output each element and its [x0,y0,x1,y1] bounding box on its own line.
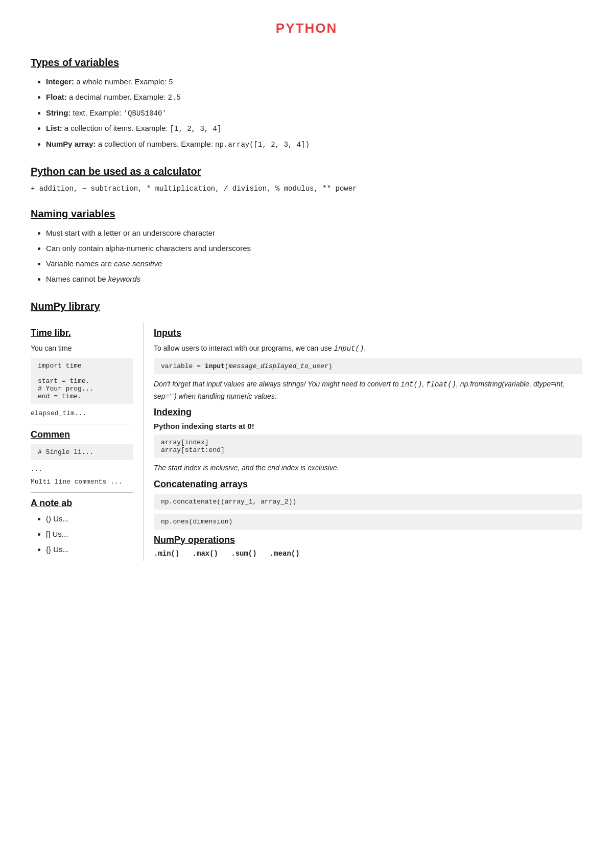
code-numpy-array: np.array([1, 2, 3, 4]) [215,141,310,149]
heading-numpy-operations: NumPy operations [154,535,582,545]
two-col-layout: Time libr. You can time import time star… [31,323,582,561]
section-indexing: Indexing Python indexing starts at 0! ar… [154,407,582,473]
list-item: List: a collection of items. Example: [1… [46,122,582,134]
section-note-about: A note ab () Us... [] Us... {} Us... [31,498,133,556]
section-numpy-library: NumPy library [31,301,582,312]
inputs-intro: To allow users to interact with our prog… [154,342,582,354]
section-naming-variables: Naming variables Must start with a lette… [31,208,582,285]
text-list: a collection of items. Example: [64,124,170,132]
naming-list: Must start with a letter or an underscor… [46,227,582,285]
section-numpy-operations: NumPy operations .min() .max() .sum() .m… [154,535,582,558]
heading-comments: Commen [31,429,133,440]
heading-inputs: Inputs [154,328,582,338]
code-string: 'QBUS1040' [124,109,167,118]
note-item-1: () Us... [46,514,69,523]
label-integer: Integer: [46,77,74,86]
divider-2 [31,492,133,493]
time-code-block: import time start = time. # Your prog...… [31,358,133,404]
ones-code-block: np.ones(dimension) [154,514,582,530]
heading-note-about: A note ab [31,498,133,509]
section-calculator: Python can be used as a calculator + add… [31,166,582,193]
right-column: Inputs To allow users to interact with o… [143,323,582,561]
text-integer: a whole number. Example: [76,77,169,86]
text-float: a decimal number. Example: [69,93,168,101]
list-item: Must start with a letter or an underscor… [46,227,582,239]
text-naming-1: Must start with a letter or an underscor… [46,229,215,237]
label-list: List: [46,124,62,132]
inputs-code-block: variable = input(message_displayed_to_us… [154,358,582,374]
list-item: Variable names are case sensitive [46,258,582,270]
heading-indexing: Indexing [154,407,582,418]
label-float: Float: [46,93,67,101]
inputs-note: Don't forget that input values are alway… [154,378,582,402]
label-string: String: [46,108,70,117]
text-naming-2: Can only contain alpha-numeric character… [46,244,251,253]
divider-1 [31,424,133,424]
indexing-note: The start index is inclusive, and the en… [154,462,582,473]
heading-naming-variables: Naming variables [31,208,582,220]
list-item: Float: a decimal number. Example: 2.5 [46,91,582,103]
text-naming-4: Names cannot be keywords [46,275,140,283]
multiline-comment: Multi line comments ... [31,477,133,487]
indexing-code-block: array[index] array[start:end] [154,435,582,458]
list-item: [] Us... [46,528,133,540]
indexing-bold-line: Python indexing starts at 0! [154,422,582,430]
list-item: {} Us... [46,543,133,556]
section-types-of-variables: Types of variables Integer: a whole numb… [31,57,582,150]
heading-concatenating-arrays: Concatenating arrays [154,479,582,490]
heading-numpy-library: NumPy library [31,301,582,312]
note-item-3: {} Us... [46,545,69,554]
note-about-list: () Us... [] Us... {} Us... [46,513,133,556]
left-column: Time libr. You can time import time star… [31,323,143,561]
code-float: 2.5 [168,94,180,102]
code-integer: 5 [169,78,173,86]
section-concatenating-arrays: Concatenating arrays np.concatenate((arr… [154,479,582,530]
label-numpy-array: NumPy array: [46,140,96,148]
elapsed-time: elapsed_tim... [31,408,133,419]
page-title: PYTHON [31,20,582,36]
section-comments: Commen # Single li... ... Multi line com… [31,429,133,487]
concatenate-code-block: np.concatenate((array_1, array_2)) [154,494,582,510]
section-time-library: Time libr. You can time import time star… [31,328,133,419]
time-intro: You can time [31,342,133,354]
calculator-operators: + addition, − subtraction, * multiplicat… [31,185,582,193]
text-naming-3: Variable names are case sensitive [46,259,162,268]
multiline-dots: ... [31,464,133,474]
list-item: Integer: a whole number. Example: 5 [46,76,582,88]
list-item: Names cannot be keywords [46,273,582,285]
note-item-2: [] Us... [46,530,68,538]
text-numpy-array: a collection of numbers. Example: [98,140,215,148]
heading-types-of-variables: Types of variables [31,57,582,68]
types-list: Integer: a whole number. Example: 5 Floa… [46,76,582,150]
list-item: NumPy array: a collection of numbers. Ex… [46,138,582,150]
section-inputs: Inputs To allow users to interact with o… [154,328,582,402]
heading-calculator: Python can be used as a calculator [31,166,582,177]
list-item: () Us... [46,513,133,525]
numpy-ops-line: .min() .max() .sum() .mean() [154,550,582,558]
code-list: [1, 2, 3, 4] [170,125,222,133]
list-item: String: text. Example: 'QBUS1040' [46,107,582,119]
text-string: text. Example: [73,108,124,117]
heading-time-library: Time libr. [31,328,133,338]
list-item: Can only contain alpha-numeric character… [46,242,582,255]
comments-code-block: # Single li... [31,444,133,460]
